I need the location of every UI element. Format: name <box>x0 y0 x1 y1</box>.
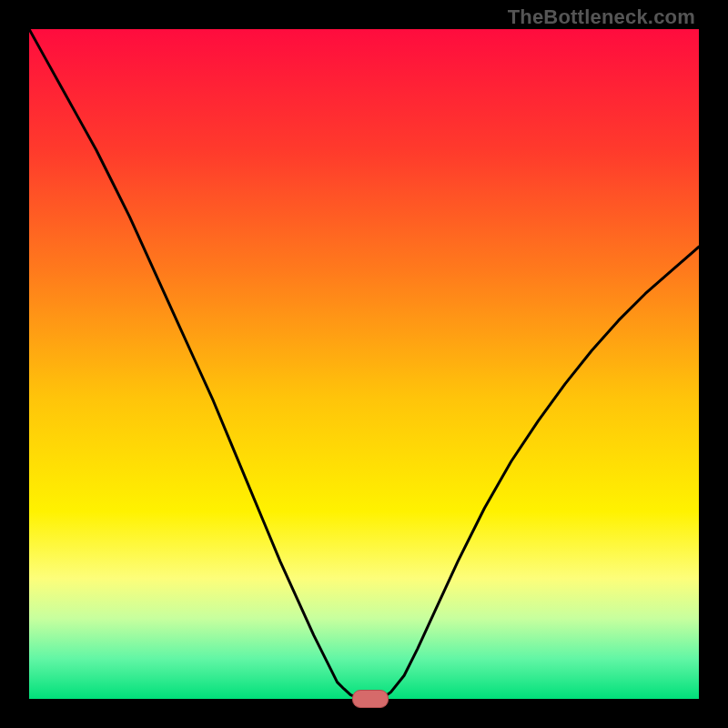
plot-area <box>29 29 699 699</box>
optimal-marker <box>352 690 389 708</box>
bottleneck-curve <box>29 29 699 699</box>
chart-container: TheBottleneck.com <box>0 0 728 728</box>
attribution-text: TheBottleneck.com <box>508 5 695 29</box>
